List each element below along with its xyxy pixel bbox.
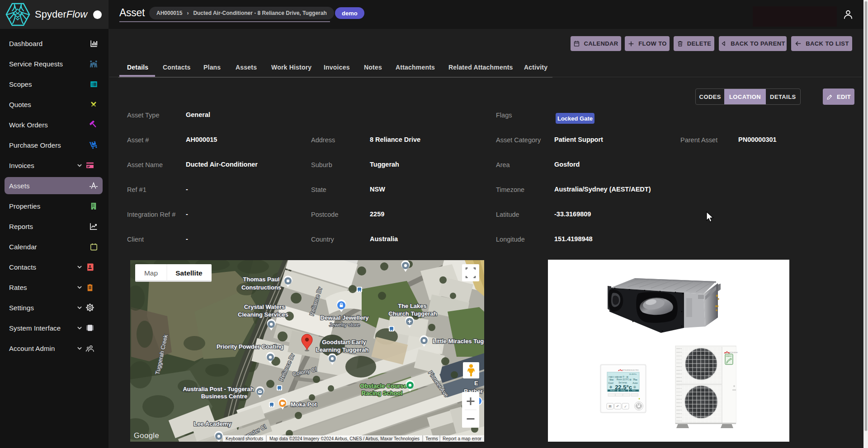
svg-text:Crystal Waters: Crystal Waters: [244, 303, 285, 310]
svg-text:Little Miracles Tugg: Little Miracles Tugg: [433, 338, 484, 345]
svg-text:38▬: 38▬: [633, 378, 637, 381]
svg-text:Keyboard shortcuts: Keyboard shortcuts: [226, 436, 263, 441]
svg-text:Mode: Mode: [610, 389, 615, 392]
svg-text:Google: Google: [134, 431, 159, 439]
svg-text:∵▤▬: ∵▤▬: [609, 378, 614, 381]
svg-text:❉: ❉: [609, 385, 613, 389]
svg-text:Room 22.5°C ▤: Room 22.5°C ▤: [617, 378, 632, 381]
svg-text:Cleaning Services: Cleaning Services: [238, 311, 288, 318]
svg-text:Cool: Cool: [608, 382, 613, 384]
svg-text:Report a map error: Report a map error: [443, 436, 481, 441]
svg-text:Thomas Paul: Thomas Paul: [243, 276, 280, 283]
svg-text:Australia Post - Tuggerah: Australia Post - Tuggerah: [183, 386, 254, 392]
svg-text:Church Tuggerah: Church Tuggerah: [388, 310, 437, 317]
svg-text:Learning Tuggerah: Learning Tuggerah: [316, 346, 369, 353]
svg-text:Temp.: Temp.: [620, 389, 625, 392]
svg-text:Auto: Auto: [632, 382, 637, 384]
svg-text:❊: ❊: [633, 385, 637, 389]
svg-text:Map: Map: [144, 269, 158, 277]
svg-text:Fan: Fan: [632, 389, 636, 392]
svg-text:Jewelry store: Jewelry store: [329, 322, 360, 327]
svg-text:↶: ↶: [616, 405, 619, 409]
svg-text:Terms: Terms: [425, 436, 438, 441]
svg-text:Business Centre: Business Centre: [201, 393, 248, 400]
svg-text:Moka Pot: Moka Pot: [291, 401, 317, 408]
svg-text:MITSUBISHI ELECTRIC: MITSUBISHI ELECTRIC: [622, 369, 639, 371]
svg-text:Obstacle Course: Obstacle Course: [360, 383, 406, 389]
svg-text:Goodstart Early: Goodstart Early: [322, 339, 366, 345]
svg-text:Satellite: Satellite: [175, 269, 203, 277]
svg-text:Dewaal Jewellery: Dewaal Jewellery: [321, 314, 369, 321]
svg-text:Priority Powder Coating: Priority Powder Coating: [217, 343, 283, 350]
svg-text:E: E: [474, 380, 478, 387]
svg-text:MITSUBISHI: MITSUBISHI: [730, 352, 738, 354]
svg-text:15:28 Fri: 15:28 Fri: [629, 373, 637, 375]
svg-text:Constructions: Constructions: [241, 284, 281, 291]
svg-text:The Lakes: The Lakes: [398, 303, 427, 309]
svg-text:Map data ©2024 Imagery ©2024 A: Map data ©2024 Imagery ©2024 Airbus, CNE…: [269, 436, 420, 441]
svg-text:✓: ✓: [624, 405, 627, 409]
svg-text:▤: ▤: [609, 405, 612, 408]
svg-text:Racing School: Racing School: [362, 390, 402, 397]
svg-text:Lee Academy: Lee Academy: [193, 420, 231, 427]
svg-text:ENERGY: ENERGY: [726, 355, 732, 357]
svg-text:◷▤◫ ◎▤◎▤ ⦿ ◦ ▤: ◷▤◫ ◎▤◎▤ ⦿ ◦ ▤: [609, 376, 628, 378]
